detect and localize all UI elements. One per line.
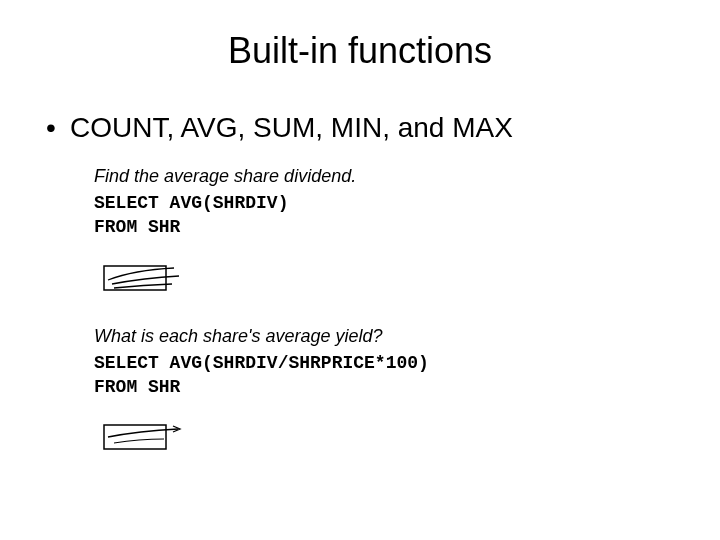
example-1: Find the average share dividend. SELECT … [40, 166, 680, 461]
handwritten-scribble [94, 258, 680, 302]
example-2-code-line2: FROM SHR [94, 375, 680, 399]
handwritten-scribble-2 [94, 417, 680, 461]
example-1-code-line2: FROM SHR [94, 215, 680, 239]
bullet-marker: • [46, 114, 70, 142]
bullet-item: • COUNT, AVG, SUM, MIN, and MAX [40, 112, 680, 144]
example-2-prompt: What is each share's average yield? [94, 326, 680, 347]
example-1-prompt: Find the average share dividend. [94, 166, 680, 187]
bullet-text: COUNT, AVG, SUM, MIN, and MAX [70, 112, 513, 144]
example-1-code-line1: SELECT AVG(SHRDIV) [94, 191, 680, 215]
slide-title: Built-in functions [40, 30, 680, 72]
example-2-code-line1: SELECT AVG(SHRDIV/SHRPRICE*100) [94, 351, 680, 375]
svg-rect-1 [104, 425, 166, 449]
